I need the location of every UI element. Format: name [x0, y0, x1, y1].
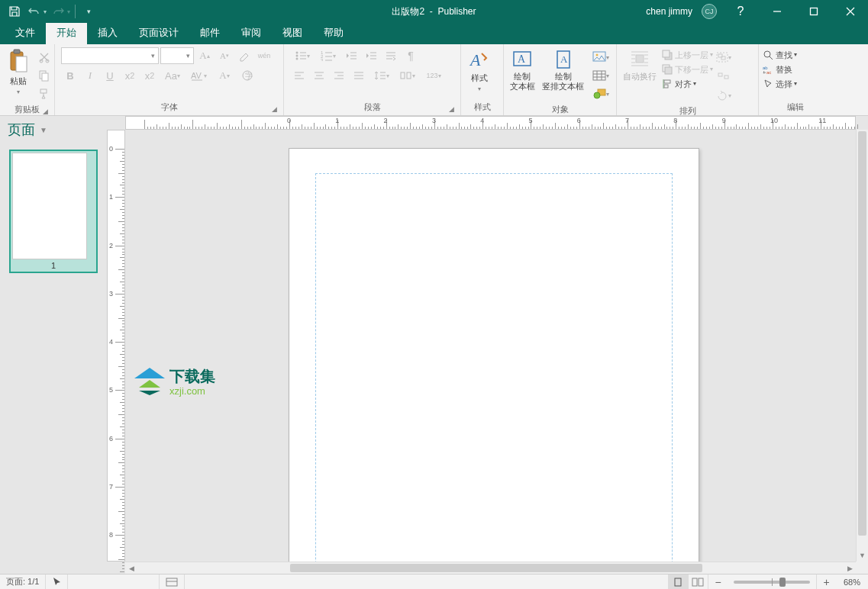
bring-forward-button[interactable]: 上移一层 ▾ — [661, 49, 713, 61]
clipboard-launcher-icon[interactable]: ◢ — [40, 107, 50, 116]
paragraph-launcher-icon[interactable]: ◢ — [447, 105, 456, 114]
canvas[interactable] — [125, 130, 856, 562]
font-color-icon[interactable]: A▾ — [212, 67, 237, 84]
replace-button[interactable]: abac替换 — [762, 63, 797, 76]
customize-qat-icon[interactable]: ▾ — [80, 3, 97, 20]
svg-rect-80 — [664, 85, 668, 88]
group-paragraph-label: 段落◢ — [287, 100, 457, 115]
page-thumbnail-number: 1 — [12, 259, 95, 270]
svg-text:ac: ac — [766, 70, 771, 75]
orientation-icon[interactable]: 123▾ — [421, 67, 446, 84]
grow-font-icon[interactable]: A▴ — [195, 47, 214, 64]
align-center-icon[interactable] — [310, 67, 328, 84]
save-icon[interactable] — [6, 3, 23, 20]
rotate-icon[interactable]: ▾ — [715, 87, 733, 104]
shapes-icon[interactable]: ▾ — [589, 85, 613, 102]
italic-icon[interactable]: I — [81, 67, 99, 84]
picture-icon[interactable]: ▾ — [589, 49, 613, 66]
tab-mailings[interactable]: 邮件 — [189, 21, 231, 44]
two-page-view-icon[interactable] — [688, 575, 708, 590]
zoom-out-icon[interactable]: − — [708, 575, 728, 590]
zoom-slider[interactable] — [734, 581, 810, 584]
page-thumbnail[interactable]: 1 — [9, 150, 98, 273]
format-painter-icon[interactable] — [35, 85, 53, 102]
maximize-icon[interactable] — [796, 0, 831, 23]
avatar[interactable]: CJ — [702, 4, 717, 19]
vertical-scrollbar[interactable]: ▲ ▼ — [856, 130, 868, 562]
columns-icon[interactable]: ▾ — [395, 67, 420, 84]
phonetic-guide-icon[interactable]: wén — [255, 47, 273, 64]
svg-rect-58 — [593, 71, 605, 80]
wrap-text-button[interactable]: 自动换行 — [620, 47, 660, 83]
bold-icon[interactable]: B — [61, 67, 79, 84]
pages-panel-header[interactable]: 页面▼ — [0, 116, 107, 143]
svg-rect-65 — [636, 55, 644, 63]
subscript-icon[interactable]: x2 — [121, 67, 139, 84]
tab-insert[interactable]: 插入 — [87, 21, 128, 44]
tab-file[interactable]: 文件 — [5, 21, 46, 44]
superscript-icon[interactable]: x2 — [140, 67, 159, 84]
numbering-icon[interactable]: 123▾ — [316, 47, 340, 64]
vertical-textbox-button[interactable]: A 绘制 竖排文本框 — [540, 47, 587, 92]
styles-button[interactable]: A 样式▾ — [464, 47, 495, 94]
justify-icon[interactable] — [350, 67, 368, 84]
tab-help[interactable]: 帮助 — [313, 21, 354, 44]
font-launcher-icon[interactable]: ◢ — [269, 105, 279, 114]
table-icon[interactable]: ▾ — [589, 67, 613, 84]
zoom-in-icon[interactable]: + — [816, 575, 836, 590]
svg-rect-79 — [664, 80, 670, 83]
horizontal-scrollbar[interactable]: ◀ ▶ — [125, 562, 856, 574]
show-marks-icon[interactable]: ¶ — [402, 47, 420, 64]
group-icon[interactable]: ▾ — [715, 49, 733, 66]
pointer-mode-icon[interactable] — [46, 575, 68, 589]
redo-icon[interactable] — [50, 3, 66, 20]
svg-text:A: A — [560, 53, 568, 65]
char-spacing-icon[interactable]: AV▾ — [186, 67, 211, 84]
svg-rect-8 — [42, 73, 48, 81]
line-spacing-icon[interactable]: ▾ — [369, 67, 394, 84]
underline-icon[interactable]: U — [101, 67, 119, 84]
copy-icon[interactable] — [35, 67, 53, 84]
svg-rect-75 — [663, 50, 670, 57]
tab-home[interactable]: 开始 — [46, 21, 87, 44]
watermark-title: 下载集 — [169, 366, 215, 387]
close-icon[interactable] — [833, 0, 868, 23]
svg-text:字: 字 — [245, 72, 253, 80]
single-page-view-icon[interactable] — [668, 575, 688, 590]
bullets-icon[interactable]: ▾ — [290, 47, 315, 64]
decrease-indent-icon[interactable] — [342, 47, 360, 64]
font-size-combo[interactable]: ▾ — [160, 47, 194, 64]
clear-format-icon[interactable] — [235, 47, 253, 64]
page[interactable] — [289, 148, 699, 562]
tab-view[interactable]: 视图 — [272, 21, 313, 44]
shrink-font-icon[interactable]: A▾ — [215, 47, 234, 64]
send-backward-button[interactable]: 下移一层 ▾ — [661, 63, 713, 76]
change-case-icon[interactable]: Aa▾ — [160, 67, 185, 84]
object-size-icon — [160, 575, 185, 589]
text-direction-icon[interactable] — [382, 47, 400, 64]
user-name[interactable]: chen jimmy — [646, 6, 695, 17]
undo-icon[interactable] — [26, 3, 43, 20]
vertical-ruler[interactable]: 012345678 — [107, 130, 125, 562]
paste-button[interactable]: 粘贴▾ — [3, 47, 34, 97]
page-indicator[interactable]: 页面: 1/1 — [0, 575, 46, 589]
draw-textbox-button[interactable]: A 绘制 文本框 — [507, 47, 538, 92]
horizontal-ruler[interactable]: 01234567891011 — [125, 116, 856, 130]
ungroup-icon[interactable] — [715, 68, 733, 85]
help-icon[interactable]: ? — [723, 0, 758, 23]
font-name-combo[interactable]: ▾ — [61, 47, 159, 64]
svg-rect-93 — [692, 578, 697, 586]
increase-indent-icon[interactable] — [362, 47, 380, 64]
align-left-icon[interactable] — [290, 67, 308, 84]
tab-pagedesign[interactable]: 页面设计 — [128, 21, 189, 44]
select-button[interactable]: 选择 ▾ — [762, 78, 797, 90]
zoom-level[interactable]: 68% — [836, 578, 868, 587]
align-objects-button[interactable]: 对齐 ▾ — [661, 78, 713, 90]
enclose-char-icon[interactable]: 字 — [238, 67, 257, 84]
find-button[interactable]: 查找 ▾ — [762, 49, 797, 61]
svg-point-13 — [296, 52, 298, 54]
tab-review[interactable]: 审阅 — [231, 21, 272, 44]
minimize-icon[interactable] — [760, 0, 795, 23]
align-right-icon[interactable] — [330, 67, 348, 84]
cut-icon[interactable] — [35, 49, 53, 66]
